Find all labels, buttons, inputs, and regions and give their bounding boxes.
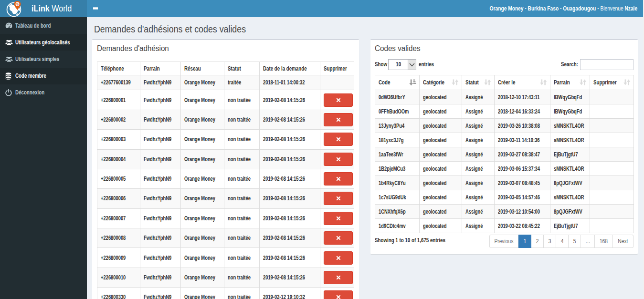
svg-text:$: $ <box>16 2 19 6</box>
